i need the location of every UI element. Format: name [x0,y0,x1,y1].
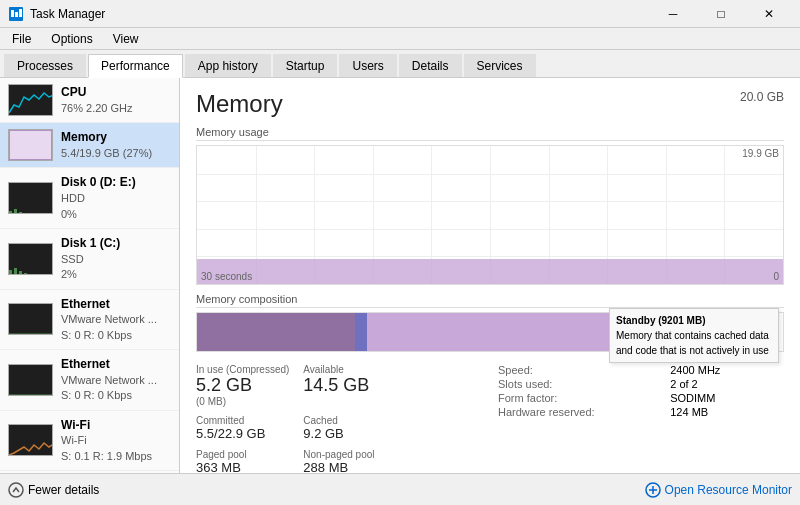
stat-cached-label: Cached [303,415,386,426]
sidebar-item-disk1[interactable]: Disk 1 (C:) SSD2% [0,229,179,290]
svg-point-13 [9,483,23,497]
disk1-thumb [8,243,53,275]
open-monitor-label: Open Resource Monitor [665,483,792,497]
section-usage-label: Memory usage [196,126,784,141]
detail-header: Memory 20.0 GB [196,90,784,118]
taskmanager-icon [8,6,24,22]
title-bar-controls: ─ □ ✕ [650,0,792,28]
sidebar-item-gpu[interactable]: GPU 0 [0,471,179,473]
tab-bar: Processes Performance App history Startu… [0,50,800,78]
tab-services[interactable]: Services [464,54,536,77]
speed-label: Speed: [498,364,658,376]
title-bar-left: Task Manager [8,6,105,22]
hwreserved-label: Hardware reserved: [498,406,658,418]
title-bar: Task Manager ─ □ ✕ [0,0,800,28]
eth1-info: Ethernet VMware Network ...S: 0 R: 0 Kbp… [61,356,157,404]
wifi-sub: Wi-FiS: 0.1 R: 1.9 Mbps [61,433,152,464]
memory-composition-chart: Standby (9201 MB) Memory that contains c… [196,312,784,352]
stats-section: In use (Compressed) 5.2 GB (0 MB) Availa… [196,364,784,473]
disk0-thumb [8,182,53,214]
stat-cached: Cached 9.2 GB [303,415,386,441]
menu-options[interactable]: Options [43,30,100,48]
eth1-name: Ethernet [61,356,157,373]
stats-left: In use (Compressed) 5.2 GB (0 MB) Availa… [196,364,482,473]
disk1-sub: SSD2% [61,252,120,283]
memory-sub: 5.4/19.9 GB (27%) [61,146,152,161]
minimize-button[interactable]: ─ [650,0,696,28]
eth0-name: Ethernet [61,296,157,313]
stat-committed-label: Committed [196,415,291,426]
chart-time-left: 30 seconds [201,271,252,282]
fewer-details-button[interactable]: Fewer details [8,482,99,498]
stat-nonpaged: Non-paged pool 288 MB [303,449,386,473]
stats-grid: In use (Compressed) 5.2 GB (0 MB) Availa… [196,364,482,473]
stat-cached-value: 9.2 GB [303,426,386,441]
speed-value: 2400 MHz [670,364,784,376]
memory-usage-area [197,259,783,284]
eth0-thumb [8,303,53,335]
cpu-sub: 76% 2.20 GHz [61,101,133,116]
stat-inuse: In use (Compressed) 5.2 GB (0 MB) [196,364,291,407]
stat-inuse-sub: (0 MB) [196,396,291,407]
chart-time-right: 0 [773,271,779,282]
section-composition-label: Memory composition [196,293,784,308]
memory-thumb [8,129,53,161]
disk1-info: Disk 1 (C:) SSD2% [61,235,120,283]
wifi-info: Wi-Fi Wi-FiS: 0.1 R: 1.9 Mbps [61,417,152,465]
stat-inuse-value: 5.2 GB [196,375,291,396]
app-title: Task Manager [30,7,105,21]
sidebar-item-disk0[interactable]: Disk 0 (D: E:) HDD0% [0,168,179,229]
cpu-thumb [8,84,53,116]
stat-nonpaged-value: 288 MB [303,460,386,473]
svg-rect-1 [11,10,14,17]
stat-available-label: Available [303,364,386,375]
tab-startup[interactable]: Startup [273,54,338,77]
svg-rect-2 [15,12,18,17]
comp-modified [355,313,367,351]
svg-rect-7 [9,270,12,275]
stat-committed: Committed 5.5/22.9 GB [196,415,291,441]
wifi-thumb [8,424,53,456]
disk0-info: Disk 0 (D: E:) HDD0% [61,174,136,222]
sidebar-item-wifi[interactable]: Wi-Fi Wi-FiS: 0.1 R: 1.9 Mbps [0,411,179,472]
svg-rect-4 [9,211,12,214]
monitor-icon [645,482,661,498]
bottom-right: Open Resource Monitor [645,482,792,498]
maximize-button[interactable]: □ [698,0,744,28]
tab-apphistory[interactable]: App history [185,54,271,77]
svg-rect-9 [19,271,22,275]
svg-rect-5 [14,209,17,214]
sidebar-item-eth0[interactable]: Ethernet VMware Network ...S: 0 R: 0 Kbp… [0,290,179,351]
menu-file[interactable]: File [4,30,39,48]
tooltip-text: Memory that contains cached data and cod… [616,328,772,358]
tab-processes[interactable]: Processes [4,54,86,77]
tab-performance[interactable]: Performance [88,54,183,78]
eth1-sub: VMware Network ...S: 0 R: 0 Kbps [61,373,157,404]
sidebar-item-cpu[interactable]: CPU 76% 2.20 GHz [0,78,179,123]
stat-pagedpool-label: Paged pool [196,449,291,460]
eth0-sub: VMware Network ...S: 0 R: 0 Kbps [61,312,157,343]
detail-title: Memory [196,90,283,118]
close-button[interactable]: ✕ [746,0,792,28]
formfactor-value: SODIMM [670,392,784,404]
tab-details[interactable]: Details [399,54,462,77]
cpu-info: CPU 76% 2.20 GHz [61,84,133,116]
standby-tooltip: Standby (9201 MB) Memory that contains c… [609,308,779,363]
stats-right: Speed: 2400 MHz Slots used: 2 of 2 Form … [498,364,784,473]
memory-name: Memory [61,129,152,146]
tab-users[interactable]: Users [339,54,396,77]
slots-value: 2 of 2 [670,378,784,390]
open-monitor-button[interactable]: Open Resource Monitor [645,482,792,498]
formfactor-label: Form factor: [498,392,658,404]
sidebar-item-memory[interactable]: Memory 5.4/19.9 GB (27%) [0,123,179,168]
menu-view[interactable]: View [105,30,147,48]
sidebar-item-eth1[interactable]: Ethernet VMware Network ...S: 0 R: 0 Kbp… [0,350,179,411]
stat-pagedpool-value: 363 MB [196,460,291,473]
stat-committed-value: 5.5/22.9 GB [196,426,291,441]
wifi-name: Wi-Fi [61,417,152,434]
detail-total: 20.0 GB [740,90,784,104]
svg-rect-6 [19,212,22,214]
sidebar: CPU 76% 2.20 GHz Memory 5.4/19.9 GB (27%… [0,78,180,473]
eth1-thumb [8,364,53,396]
disk0-sub: HDD0% [61,191,136,222]
